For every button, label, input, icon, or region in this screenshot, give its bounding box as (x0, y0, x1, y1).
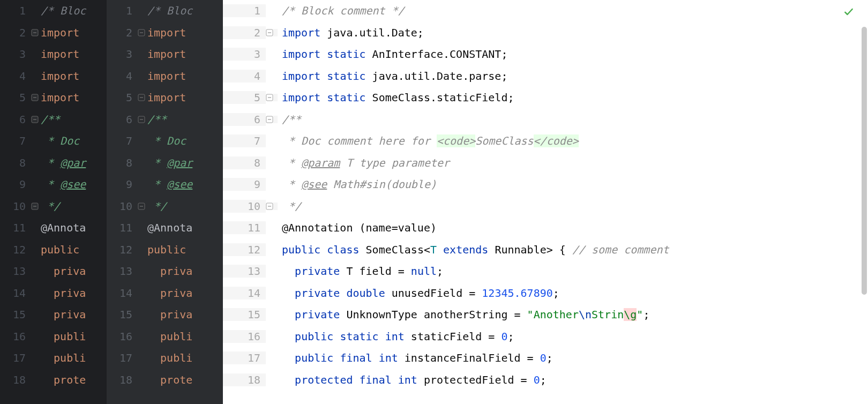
code-text[interactable]: /** (41, 113, 107, 126)
line-number[interactable]: 17 (0, 351, 31, 364)
fold-gutter[interactable] (138, 29, 147, 36)
line-number[interactable]: 7 (107, 134, 138, 147)
line-number[interactable]: 13 (0, 265, 31, 278)
code-line[interactable]: 9 * @see Math#sin(double) (223, 174, 868, 196)
code-line[interactable]: 7 * Doc comment here for <code>SomeClass… (223, 130, 868, 152)
code-line[interactable]: 1/* Bloc (107, 0, 223, 22)
code-text[interactable]: */ (41, 200, 107, 213)
fold-gutter[interactable] (31, 94, 41, 101)
code-text[interactable]: * @see (147, 178, 223, 191)
code-line[interactable]: 6/** (107, 109, 223, 131)
code-text[interactable]: public static int staticField = 0; (278, 330, 868, 343)
code-line[interactable]: 5import (107, 87, 223, 109)
line-number[interactable]: 9 (107, 178, 138, 191)
line-number[interactable]: 18 (107, 373, 138, 386)
code-text[interactable]: priva (41, 308, 107, 321)
scrollbar-track[interactable] (860, 0, 868, 404)
code-line[interactable]: 3import (107, 43, 223, 65)
code-text[interactable]: /** (147, 113, 223, 126)
code-line[interactable]: 18 prote (107, 369, 223, 391)
line-number[interactable]: 10 (223, 200, 266, 213)
code-line[interactable]: 18 prote (0, 369, 107, 391)
editor-pane-dark-1[interactable]: 1/* Bloc2import3import4import5import6/**… (0, 0, 107, 404)
line-number[interactable]: 3 (0, 48, 31, 61)
code-text[interactable]: private T field = null; (278, 265, 868, 278)
code-line[interactable]: 8 * @param T type parameter (223, 152, 868, 174)
fold-gutter[interactable] (266, 94, 278, 101)
code-line[interactable]: 16 publi (107, 326, 223, 348)
line-number[interactable]: 17 (223, 351, 266, 364)
code-line[interactable]: 13 priva (0, 260, 107, 282)
code-line[interactable]: 8 * @par (107, 152, 223, 174)
line-number[interactable]: 4 (107, 70, 138, 83)
line-number[interactable]: 7 (0, 134, 31, 147)
code-text[interactable]: import (41, 26, 107, 39)
code-text[interactable]: private double unusedField = 12345.67890… (278, 287, 868, 300)
code-line[interactable]: 13 private T field = null; (223, 260, 868, 282)
code-line[interactable]: 14 private double unusedField = 12345.67… (223, 282, 868, 304)
code-text[interactable]: /* Block comment */ (278, 4, 868, 17)
code-line[interactable]: 9 * @see (107, 174, 223, 196)
code-text[interactable]: import (147, 26, 223, 39)
line-number[interactable]: 17 (107, 351, 138, 364)
code-text[interactable]: public final int instanceFinalField = 0; (278, 351, 868, 364)
code-text[interactable]: /* Bloc (41, 4, 107, 17)
line-number[interactable]: 4 (0, 70, 31, 83)
code-text[interactable]: @Annotation (name=value) (278, 221, 868, 234)
code-line[interactable]: 15 private UnknownType anotherString = "… (223, 304, 868, 326)
code-text[interactable]: * @par (147, 156, 223, 169)
code-line[interactable]: 7 * Doc (107, 130, 223, 152)
line-number[interactable]: 11 (223, 221, 266, 234)
code-line[interactable]: 5import static SomeClass.staticField; (223, 87, 868, 109)
line-number[interactable]: 13 (107, 265, 138, 278)
line-number[interactable]: 9 (0, 178, 31, 191)
line-number[interactable]: 2 (107, 26, 138, 39)
code-line[interactable]: 16 public static int staticField = 0; (223, 326, 868, 348)
line-number[interactable]: 12 (0, 243, 31, 256)
line-number[interactable]: 5 (107, 91, 138, 104)
code-text[interactable]: public (147, 243, 223, 256)
code-line[interactable]: 10 */ (107, 196, 223, 218)
editor-pane-light[interactable]: 1/* Block comment */2import java.util.Da… (223, 0, 868, 404)
line-number[interactable]: 11 (0, 221, 31, 234)
line-number[interactable]: 18 (223, 373, 266, 386)
code-line[interactable]: 17 publi (107, 347, 223, 369)
code-line[interactable]: 11@Annota (107, 217, 223, 239)
code-text[interactable]: * @param T type parameter (278, 156, 868, 169)
code-text[interactable]: import (147, 91, 223, 104)
line-number[interactable]: 15 (107, 308, 138, 321)
code-line[interactable]: 2import (0, 22, 107, 44)
code-text[interactable]: priva (41, 287, 107, 300)
line-number[interactable]: 15 (0, 308, 31, 321)
fold-gutter[interactable] (138, 203, 147, 210)
line-number[interactable]: 4 (223, 70, 266, 83)
code-text[interactable]: import static java.util.Date.parse; (278, 70, 868, 83)
code-text[interactable]: @Annota (147, 221, 223, 234)
line-number[interactable]: 16 (107, 330, 138, 343)
code-text[interactable]: prote (147, 373, 223, 386)
code-line[interactable]: 1/* Block comment */ (223, 0, 868, 22)
code-text[interactable]: * @par (41, 156, 107, 169)
line-number[interactable]: 1 (107, 4, 138, 17)
line-number[interactable]: 8 (107, 156, 138, 169)
line-number[interactable]: 10 (107, 200, 138, 213)
line-number[interactable]: 3 (107, 48, 138, 61)
code-line[interactable]: 18 protected final int protectedField = … (223, 369, 868, 391)
code-text[interactable]: import (41, 48, 107, 61)
line-number[interactable]: 12 (107, 243, 138, 256)
line-number[interactable]: 9 (223, 178, 266, 191)
code-text[interactable]: publi (41, 330, 107, 343)
code-text[interactable]: import (41, 70, 107, 83)
code-line[interactable]: 14 priva (0, 282, 107, 304)
code-line[interactable]: 4import (0, 65, 107, 87)
code-text[interactable]: import (41, 91, 107, 104)
code-text[interactable]: priva (147, 308, 223, 321)
fold-gutter[interactable] (266, 29, 278, 36)
code-text[interactable]: /* Bloc (147, 4, 223, 17)
code-line[interactable]: 11@Annota (0, 217, 107, 239)
code-line[interactable]: 12public class SomeClass<T extends Runna… (223, 239, 868, 261)
code-text[interactable]: */ (147, 200, 223, 213)
code-text[interactable]: publi (147, 351, 223, 364)
line-number[interactable]: 7 (223, 134, 266, 147)
code-text[interactable]: import (147, 48, 223, 61)
